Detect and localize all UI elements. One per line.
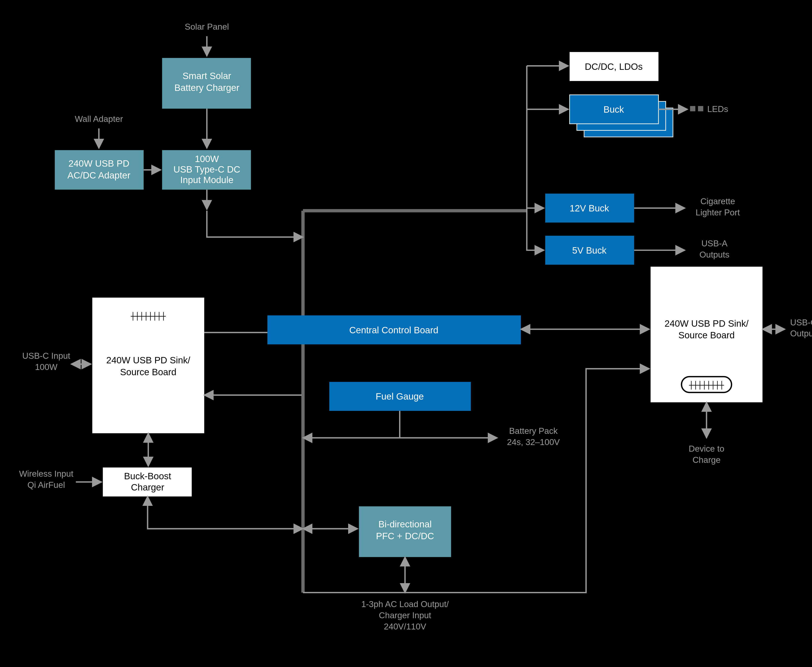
central-control-board: Central Control Board (267, 315, 521, 345)
svg-text:100W: 100W (195, 154, 219, 164)
buck-boost-charger: Buck-Boost Charger (103, 468, 192, 496)
svg-text:AC/DC Adapter: AC/DC Adapter (67, 170, 130, 181)
svg-text:PFC + DC/DC: PFC + DC/DC (376, 531, 434, 541)
svg-text:Input Module: Input Module (180, 175, 234, 185)
svg-text:DC/DC, LDOs: DC/DC, LDOs (585, 61, 643, 72)
sink-source-board-left: ┼┼┼┼┼┼┼┼ 240W USB PD Sink/ Source Board (92, 298, 204, 433)
svg-text:Lighter Port: Lighter Port (696, 208, 740, 217)
svg-text:Solar Panel: Solar Panel (185, 22, 229, 32)
svg-text:Charger Input: Charger Input (379, 611, 431, 620)
svg-text:Source Board: Source Board (678, 330, 735, 340)
svg-text:USB Type-C DC: USB Type-C DC (173, 164, 240, 174)
svg-text:240W USB PD Sink/: 240W USB PD Sink/ (106, 355, 190, 365)
svg-text:Fuel Gauge: Fuel Gauge (376, 391, 424, 402)
svg-text:240W USB PD: 240W USB PD (68, 158, 129, 169)
svg-text:1-3ph AC Load Output/: 1-3ph AC Load Output/ (361, 599, 449, 609)
svg-text:Central Control Board: Central Control Board (349, 325, 438, 335)
svg-text:240V/110V: 240V/110V (384, 622, 426, 631)
svg-text:100W: 100W (35, 362, 58, 372)
bidirectional-pfc: Bi-directional PFC + DC/DC (359, 506, 451, 557)
svg-text:Bi-directional: Bi-directional (378, 519, 432, 529)
svg-text:Charger: Charger (131, 482, 164, 493)
12v-buck: 12V Buck (545, 194, 634, 222)
usbc-input-module: 100W USB Type-C DC Input Module (162, 150, 251, 190)
svg-text:Buck-Boost: Buck-Boost (124, 471, 171, 481)
svg-text:Buck: Buck (603, 104, 624, 114)
fuel-gauge: Fuel Gauge (329, 382, 471, 411)
svg-text:Battery Charger: Battery Charger (174, 83, 239, 93)
svg-text:24s, 32–100V: 24s, 32–100V (507, 437, 560, 447)
svg-text:USB-C Input: USB-C Input (22, 351, 70, 360)
svg-text:Charge: Charge (693, 455, 721, 465)
acdc-adapter: 240W USB PD AC/DC Adapter (55, 150, 144, 190)
svg-text:┼┼┼┼┼┼┼┼: ┼┼┼┼┼┼┼┼ (131, 312, 166, 321)
svg-text:Output 240W: Output 240W (790, 329, 812, 338)
svg-text:Cigarette: Cigarette (700, 196, 735, 206)
svg-text:┼┼┼┼┼┼┼┼: ┼┼┼┼┼┼┼┼ (689, 381, 724, 390)
svg-text:Device to: Device to (689, 444, 724, 453)
svg-text:LEDs: LEDs (707, 104, 728, 114)
svg-text:Outputs: Outputs (699, 250, 729, 259)
svg-text:Qi AirFuel: Qi AirFuel (27, 480, 65, 489)
svg-text:5V Buck: 5V Buck (572, 245, 607, 256)
svg-text:240W USB PD Sink/: 240W USB PD Sink/ (665, 319, 749, 329)
svg-rect-36 (690, 106, 696, 111)
5v-buck: 5V Buck (545, 236, 634, 265)
svg-text:USB-C Input/: USB-C Input/ (790, 318, 812, 327)
svg-text:Battery Pack: Battery Pack (509, 426, 558, 436)
sink-source-board-right: 240W USB PD Sink/ Source Board ┼┼┼┼┼┼┼┼ (651, 267, 762, 402)
svg-text:USB-A: USB-A (701, 239, 727, 248)
svg-text:Wireless Input: Wireless Input (19, 469, 73, 478)
svg-text:Smart Solar: Smart Solar (182, 71, 231, 81)
svg-text:12V Buck: 12V Buck (570, 203, 610, 213)
buck-stack: Buck (570, 95, 673, 137)
svg-text:Source Board: Source Board (120, 367, 176, 377)
svg-text:Wall Adapter: Wall Adapter (75, 114, 123, 124)
svg-rect-37 (698, 106, 703, 111)
dcdc-ldos: DC/DC, LDOs (570, 52, 659, 81)
smart-solar-charger: Smart Solar Battery Charger (162, 58, 251, 109)
